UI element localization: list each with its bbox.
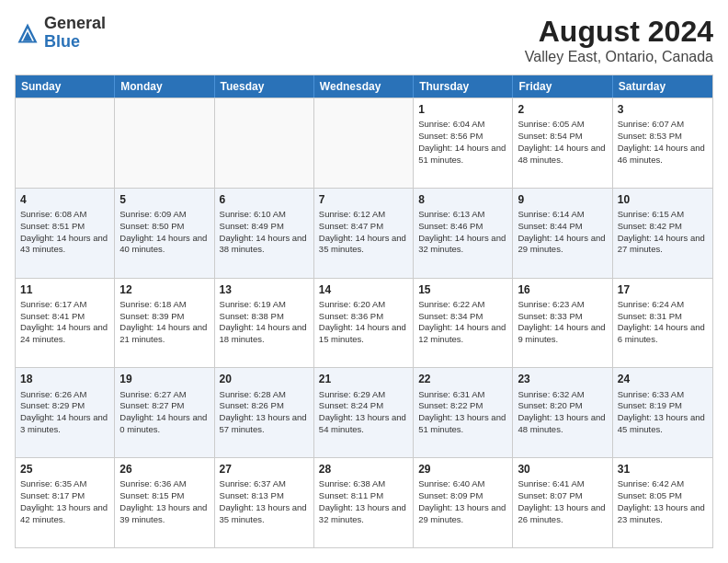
- day-number: 29: [418, 462, 507, 477]
- calendar-cell: 2Sunrise: 6:05 AM Sunset: 8:54 PM Daylig…: [513, 98, 612, 188]
- day-number: 15: [418, 282, 507, 297]
- calendar-cell: 30Sunrise: 6:41 AM Sunset: 8:07 PM Dayli…: [513, 458, 612, 547]
- day-info: Sunrise: 6:14 AM Sunset: 8:44 PM Dayligh…: [518, 209, 607, 256]
- day-info: Sunrise: 6:24 AM Sunset: 8:31 PM Dayligh…: [618, 299, 708, 346]
- day-info: Sunrise: 6:26 AM Sunset: 8:29 PM Dayligh…: [20, 389, 109, 436]
- calendar-cell: 28Sunrise: 6:38 AM Sunset: 8:11 PM Dayli…: [314, 458, 414, 547]
- day-info: Sunrise: 6:12 AM Sunset: 8:47 PM Dayligh…: [319, 209, 408, 256]
- day-info: Sunrise: 6:17 AM Sunset: 8:41 PM Dayligh…: [20, 299, 109, 346]
- day-number: 24: [618, 372, 708, 386]
- calendar-cell: 13Sunrise: 6:19 AM Sunset: 8:38 PM Dayli…: [215, 279, 314, 368]
- day-number: 19: [119, 372, 209, 386]
- day-info: Sunrise: 6:09 AM Sunset: 8:50 PM Dayligh…: [119, 209, 209, 256]
- calendar-body: 1Sunrise: 6:04 AM Sunset: 8:56 PM Daylig…: [16, 98, 712, 547]
- day-info: Sunrise: 6:38 AM Sunset: 8:11 PM Dayligh…: [319, 478, 408, 525]
- calendar-cell: 8Sunrise: 6:13 AM Sunset: 8:46 PM Daylig…: [414, 189, 513, 278]
- day-number: 30: [518, 462, 607, 477]
- calendar-cell: 12Sunrise: 6:18 AM Sunset: 8:39 PM Dayli…: [115, 279, 214, 368]
- day-info: Sunrise: 6:15 AM Sunset: 8:42 PM Dayligh…: [618, 209, 708, 256]
- calendar-cell: 9Sunrise: 6:14 AM Sunset: 8:44 PM Daylig…: [513, 189, 612, 278]
- calendar-cell: 18Sunrise: 6:26 AM Sunset: 8:29 PM Dayli…: [16, 368, 115, 457]
- calendar-weekday-wednesday: Wednesday: [314, 75, 414, 98]
- calendar-cell: 25Sunrise: 6:35 AM Sunset: 8:17 PM Dayli…: [16, 458, 115, 547]
- day-number: 2: [518, 102, 607, 117]
- day-number: 8: [418, 192, 507, 207]
- calendar-cell: 31Sunrise: 6:42 AM Sunset: 8:05 PM Dayli…: [613, 458, 712, 547]
- calendar-row-1: 1Sunrise: 6:04 AM Sunset: 8:56 PM Daylig…: [16, 98, 712, 188]
- calendar-weekday-sunday: Sunday: [16, 75, 115, 98]
- calendar-cell: 5Sunrise: 6:09 AM Sunset: 8:50 PM Daylig…: [115, 189, 214, 278]
- calendar-cell: 4Sunrise: 6:08 AM Sunset: 8:51 PM Daylig…: [16, 189, 115, 278]
- day-info: Sunrise: 6:13 AM Sunset: 8:46 PM Dayligh…: [418, 209, 507, 256]
- calendar-cell: 7Sunrise: 6:12 AM Sunset: 8:47 PM Daylig…: [314, 189, 414, 278]
- day-info: Sunrise: 6:28 AM Sunset: 8:26 PM Dayligh…: [220, 389, 309, 436]
- day-number: 9: [518, 192, 607, 207]
- header: General Blue August 2024 Valley East, On…: [15, 15, 713, 65]
- day-number: 11: [20, 282, 109, 297]
- calendar-cell: 23Sunrise: 6:32 AM Sunset: 8:20 PM Dayli…: [513, 368, 612, 457]
- calendar-cell: 24Sunrise: 6:33 AM Sunset: 8:19 PM Dayli…: [613, 368, 712, 457]
- calendar-row-2: 4Sunrise: 6:08 AM Sunset: 8:51 PM Daylig…: [16, 188, 712, 278]
- day-number: 21: [319, 372, 408, 386]
- day-number: 16: [518, 282, 607, 297]
- day-info: Sunrise: 6:20 AM Sunset: 8:36 PM Dayligh…: [319, 299, 408, 346]
- calendar-header: SundayMondayTuesdayWednesdayThursdayFrid…: [16, 75, 712, 98]
- day-info: Sunrise: 6:42 AM Sunset: 8:05 PM Dayligh…: [618, 478, 708, 525]
- day-number: 26: [119, 462, 209, 477]
- day-info: Sunrise: 6:22 AM Sunset: 8:34 PM Dayligh…: [418, 299, 507, 346]
- calendar-cell: [115, 98, 214, 188]
- day-info: Sunrise: 6:27 AM Sunset: 8:27 PM Dayligh…: [119, 389, 209, 436]
- day-info: Sunrise: 6:31 AM Sunset: 8:22 PM Dayligh…: [418, 389, 507, 436]
- day-number: 12: [119, 282, 209, 297]
- day-info: Sunrise: 6:32 AM Sunset: 8:20 PM Dayligh…: [518, 389, 607, 436]
- page: General Blue August 2024 Valley East, On…: [0, 0, 728, 563]
- day-number: 31: [618, 462, 708, 477]
- logo: General Blue: [15, 15, 106, 52]
- calendar-cell: 27Sunrise: 6:37 AM Sunset: 8:13 PM Dayli…: [215, 458, 314, 547]
- calendar-cell: 19Sunrise: 6:27 AM Sunset: 8:27 PM Dayli…: [115, 368, 214, 457]
- calendar-cell: 22Sunrise: 6:31 AM Sunset: 8:22 PM Dayli…: [414, 368, 513, 457]
- day-info: Sunrise: 6:05 AM Sunset: 8:54 PM Dayligh…: [518, 119, 607, 166]
- day-number: 6: [220, 192, 309, 207]
- day-number: 28: [319, 462, 408, 477]
- day-number: 27: [220, 462, 309, 477]
- calendar-weekday-tuesday: Tuesday: [215, 75, 314, 98]
- calendar-cell: [215, 98, 314, 188]
- logo-text: General Blue: [44, 15, 106, 52]
- day-info: Sunrise: 6:23 AM Sunset: 8:33 PM Dayligh…: [518, 299, 607, 346]
- day-number: 20: [220, 372, 309, 386]
- day-number: 4: [20, 192, 109, 207]
- day-number: 14: [319, 282, 408, 297]
- calendar-cell: 3Sunrise: 6:07 AM Sunset: 8:53 PM Daylig…: [613, 98, 712, 188]
- calendar: SundayMondayTuesdayWednesdayThursdayFrid…: [15, 75, 713, 548]
- calendar-cell: 10Sunrise: 6:15 AM Sunset: 8:42 PM Dayli…: [613, 189, 712, 278]
- calendar-cell: 20Sunrise: 6:28 AM Sunset: 8:26 PM Dayli…: [215, 368, 314, 457]
- day-number: 22: [418, 372, 507, 386]
- day-info: Sunrise: 6:18 AM Sunset: 8:39 PM Dayligh…: [119, 299, 209, 346]
- calendar-cell: 14Sunrise: 6:20 AM Sunset: 8:36 PM Dayli…: [314, 279, 414, 368]
- calendar-cell: 11Sunrise: 6:17 AM Sunset: 8:41 PM Dayli…: [16, 279, 115, 368]
- calendar-cell: 29Sunrise: 6:40 AM Sunset: 8:09 PM Dayli…: [414, 458, 513, 547]
- day-info: Sunrise: 6:41 AM Sunset: 8:07 PM Dayligh…: [518, 478, 607, 525]
- calendar-cell: 15Sunrise: 6:22 AM Sunset: 8:34 PM Dayli…: [414, 279, 513, 368]
- day-number: 1: [418, 102, 507, 117]
- calendar-weekday-monday: Monday: [115, 75, 214, 98]
- calendar-cell: [16, 98, 115, 188]
- day-info: Sunrise: 6:04 AM Sunset: 8:56 PM Dayligh…: [418, 119, 507, 166]
- day-info: Sunrise: 6:36 AM Sunset: 8:15 PM Dayligh…: [119, 478, 209, 525]
- calendar-row-4: 18Sunrise: 6:26 AM Sunset: 8:29 PM Dayli…: [16, 367, 712, 457]
- day-info: Sunrise: 6:10 AM Sunset: 8:49 PM Dayligh…: [220, 209, 309, 256]
- calendar-cell: [314, 98, 414, 188]
- calendar-row-3: 11Sunrise: 6:17 AM Sunset: 8:41 PM Dayli…: [16, 278, 712, 368]
- day-number: 23: [518, 372, 607, 386]
- calendar-cell: 21Sunrise: 6:29 AM Sunset: 8:24 PM Dayli…: [314, 368, 414, 457]
- day-number: 25: [20, 462, 109, 477]
- day-info: Sunrise: 6:40 AM Sunset: 8:09 PM Dayligh…: [418, 478, 507, 525]
- day-info: Sunrise: 6:33 AM Sunset: 8:19 PM Dayligh…: [618, 389, 708, 436]
- day-info: Sunrise: 6:35 AM Sunset: 8:17 PM Dayligh…: [20, 478, 109, 525]
- day-info: Sunrise: 6:07 AM Sunset: 8:53 PM Dayligh…: [618, 119, 708, 166]
- calendar-cell: 16Sunrise: 6:23 AM Sunset: 8:33 PM Dayli…: [513, 279, 612, 368]
- day-info: Sunrise: 6:29 AM Sunset: 8:24 PM Dayligh…: [319, 389, 408, 436]
- day-number: 10: [618, 192, 708, 207]
- day-info: Sunrise: 6:19 AM Sunset: 8:38 PM Dayligh…: [220, 299, 309, 346]
